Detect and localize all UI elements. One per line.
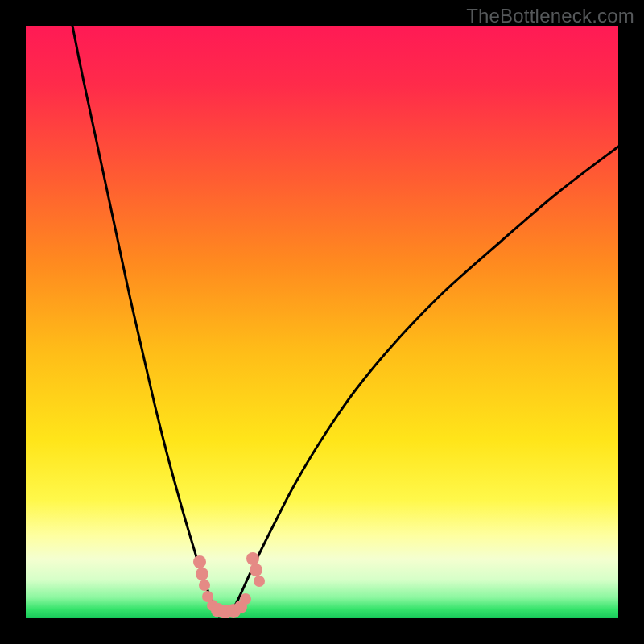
svg-rect-0 [26,26,618,618]
watermark-text: TheBottleneck.com [466,5,634,27]
background-gradient [26,26,618,618]
plot-area [26,26,618,618]
chart-frame: TheBottleneck.com [0,0,644,644]
